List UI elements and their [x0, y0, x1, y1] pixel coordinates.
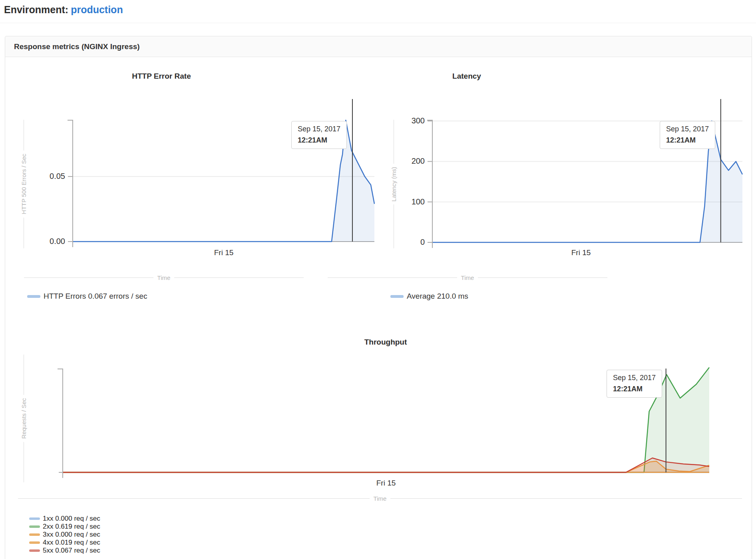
axis-label-line — [24, 218, 24, 248]
legend-item-4xx: 4xx 0.019 req / sec — [29, 539, 100, 547]
x-axis-label-time-2: Time — [328, 274, 607, 281]
tooltip-time: 12:21AM — [613, 385, 656, 393]
legend-swatch — [390, 295, 404, 298]
y-axis-label-latency: Latency (ms) — [390, 120, 397, 248]
axis-label-line — [174, 278, 304, 278]
environment-header: Environment:production — [4, 4, 123, 16]
legend-swatch — [29, 533, 40, 536]
legend-label: 5xx 0.067 req / sec — [43, 547, 100, 555]
x-tick-label: Fri 15 — [196, 248, 252, 257]
axis-label-line — [328, 278, 457, 278]
legend-label: 2xx 0.619 req / sec — [43, 523, 100, 531]
legend-label: Average 210.0 ms — [407, 292, 468, 301]
axis-label-line — [24, 355, 24, 395]
latency-legend: Average 210.0 ms — [390, 292, 468, 301]
axis-label-line — [390, 498, 742, 499]
tooltip-throughput: Sep 15, 2017 12:21AM — [607, 370, 662, 398]
axis-label-line — [394, 120, 394, 164]
http-errors-legend: HTTP Errors 0.067 errors / sec — [27, 292, 147, 301]
environment-label: Environment: — [4, 4, 68, 15]
axis-label-line — [394, 204, 394, 248]
axis-label-line — [24, 442, 24, 482]
y-tick-label: 200 — [412, 157, 425, 166]
legend-item-2xx: 2xx 0.619 req / sec — [29, 523, 100, 531]
y-axis-label-http-errors: HTTP 500 Errors / Sec — [20, 120, 27, 248]
y-tick-label: 0.05 — [50, 172, 65, 181]
tooltip-date: Sep 15, 2017 — [613, 374, 656, 382]
tooltip-time: 12:21AM — [666, 136, 709, 145]
tooltip-time: 12:21AM — [298, 136, 340, 145]
legend-swatch — [29, 517, 40, 520]
legend-item-3xx: 3xx 0.000 req / sec — [29, 531, 100, 539]
tooltip-latency: Sep 15, 2017 12:21AM — [660, 121, 715, 149]
y-axis-label-requests: Requests / Sec — [20, 355, 27, 482]
throughput-legend: 1xx 0.000 req / sec 2xx 0.619 req / sec … — [29, 515, 100, 555]
chart-title-latency: Latency — [347, 72, 587, 82]
x-axis-label-time-1: Time — [24, 274, 304, 281]
tooltip-date: Sep 15, 2017 — [298, 125, 340, 133]
legend-label: 3xx 0.000 req / sec — [43, 531, 100, 539]
legend-item-5xx: 5xx 0.067 req / sec — [29, 547, 100, 555]
x-axis-label-time-3: Time — [18, 495, 742, 502]
legend-item-1xx: 1xx 0.000 req / sec — [29, 515, 100, 523]
axis-label-line — [478, 278, 607, 278]
environment-name-link[interactable]: production — [71, 4, 123, 15]
axis-label-line — [24, 278, 153, 278]
legend-label: 1xx 0.000 req / sec — [43, 515, 100, 523]
chart-title-throughput: Throughput — [266, 338, 505, 348]
y-tick-label: 300 — [412, 116, 425, 125]
x-tick-label: Fri 15 — [358, 479, 414, 488]
tooltip-date: Sep 15, 2017 — [666, 125, 709, 133]
x-tick-label: Fri 15 — [553, 248, 609, 257]
tooltip-http-error-rate: Sep 15, 2017 12:21AM — [291, 121, 347, 149]
chart-title-http-error-rate: HTTP Error Rate — [42, 72, 281, 82]
y-tick-label: 100 — [412, 197, 425, 206]
axis-label-line — [18, 498, 370, 499]
legend-label: 4xx 0.019 req / sec — [43, 539, 100, 547]
legend-swatch — [29, 525, 40, 528]
legend-swatch — [29, 549, 40, 552]
axis-label-line — [24, 120, 24, 151]
legend-swatch — [27, 295, 40, 298]
legend-label: HTTP Errors 0.067 errors / sec — [44, 292, 147, 301]
y-tick-label: 0 — [420, 238, 425, 247]
y-tick-label: 0.00 — [50, 237, 65, 246]
legend-swatch — [29, 541, 40, 544]
